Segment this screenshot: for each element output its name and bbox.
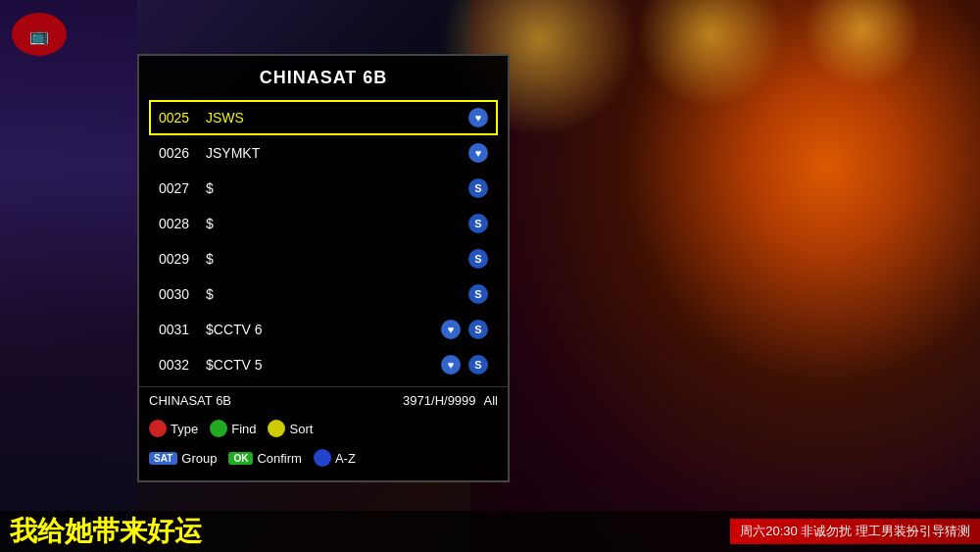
s-icon-0030: S xyxy=(468,284,488,304)
control-bar: TypeFindSortSATGroupOKConfirmA-Z xyxy=(139,414,508,473)
heart-icon-0031: ♥ xyxy=(441,320,461,339)
channel-name-0030: $ xyxy=(206,286,433,302)
subtitle-program: 周六20:30 非诚勿扰 理工男装扮引导猜测 xyxy=(730,519,980,544)
blue-button xyxy=(314,449,331,467)
sat-badge: SAT xyxy=(149,452,177,465)
channel-name-0029: $ xyxy=(206,251,433,267)
icon-placeholder-0028 xyxy=(441,214,461,233)
control-confirm[interactable]: OKConfirm xyxy=(228,449,302,467)
channel-row-0028[interactable]: 0028$S xyxy=(149,206,498,241)
left-background xyxy=(0,0,137,552)
menu-title: CHINASAT 6B xyxy=(139,56,508,100)
channel-num-0026: 0026 xyxy=(159,145,198,161)
s-icon-0027: S xyxy=(468,178,488,198)
channel-name-0026: JSYMKT xyxy=(206,145,461,161)
subtitle-bar: 我给她带来好运 周六20:30 非诚勿扰 理工男装扮引导猜测 xyxy=(0,511,980,552)
red-button xyxy=(149,420,167,437)
ok-badge: OK xyxy=(228,452,253,465)
channel-num-0030: 0030 xyxy=(159,286,198,302)
control-find[interactable]: Find xyxy=(210,420,256,437)
ctrl-label-find: Find xyxy=(231,422,256,436)
heart-icon-0026: ♥ xyxy=(468,143,488,163)
ctrl-label-sort: Sort xyxy=(289,422,313,436)
ctrl-label-type: Type xyxy=(171,422,198,436)
icon-placeholder-0029 xyxy=(441,249,461,269)
icon-placeholder-0030 xyxy=(441,284,461,304)
ctrl-label-group: Group xyxy=(181,451,217,466)
channel-row-0025[interactable]: 0025JSWS♥ xyxy=(149,100,498,135)
channel-logo: 📺 xyxy=(10,10,69,63)
control-az[interactable]: A-Z xyxy=(314,449,356,467)
s-icon-0032: S xyxy=(468,355,488,375)
tv-menu: CHINASAT 6B 0025JSWS♥0026JSYMKT♥0027$S00… xyxy=(137,54,510,482)
heart-icon-0032: ♥ xyxy=(441,355,461,375)
status-all: All xyxy=(484,393,498,408)
channel-name-0025: JSWS xyxy=(206,110,461,125)
channel-num-0027: 0027 xyxy=(159,180,198,196)
green-button xyxy=(210,420,227,437)
s-icon-0029: S xyxy=(468,249,488,269)
status-frequency: 3971/H/9999 xyxy=(403,393,475,408)
icon-placeholder-0027 xyxy=(441,178,461,198)
ctrl-label-az: A-Z xyxy=(335,451,356,466)
channel-name-0028: $ xyxy=(206,216,433,231)
channel-num-0031: 0031 xyxy=(159,322,198,337)
channel-name-0031: $CCTV 6 xyxy=(206,322,433,337)
channel-row-0030[interactable]: 0030$S xyxy=(149,276,498,312)
channel-name-0032: $CCTV 5 xyxy=(206,357,433,373)
channel-row-0029[interactable]: 0029$S xyxy=(149,241,498,276)
channel-row-0031[interactable]: 0031$CCTV 6♥S xyxy=(149,312,498,347)
channel-name-0027: $ xyxy=(206,180,433,196)
heart-icon-0025: ♥ xyxy=(468,108,488,127)
channel-num-0032: 0032 xyxy=(159,357,198,373)
status-satellite: CHINASAT 6B xyxy=(149,393,395,408)
channel-row-0027[interactable]: 0027$S xyxy=(149,171,498,206)
channel-num-0025: 0025 xyxy=(159,110,198,125)
channel-list: 0025JSWS♥0026JSYMKT♥0027$S0028$S0029$S00… xyxy=(139,100,508,382)
yellow-button xyxy=(268,420,285,437)
channel-row-0032[interactable]: 0032$CCTV 5♥S xyxy=(149,347,498,382)
status-bar: CHINASAT 6B 3971/H/9999 All xyxy=(139,386,508,414)
s-icon-0031: S xyxy=(468,320,488,339)
channel-num-0028: 0028 xyxy=(159,216,198,231)
svg-text:📺: 📺 xyxy=(29,26,49,45)
ctrl-label-confirm: Confirm xyxy=(257,451,302,466)
subtitle-chinese: 我给她带来好运 xyxy=(0,513,730,550)
channel-num-0029: 0029 xyxy=(159,251,198,267)
s-icon-0028: S xyxy=(468,214,488,233)
channel-row-0026[interactable]: 0026JSYMKT♥ xyxy=(149,135,498,171)
control-group[interactable]: SATGroup xyxy=(149,449,217,467)
control-sort[interactable]: Sort xyxy=(268,420,313,437)
control-type[interactable]: Type xyxy=(149,420,198,437)
